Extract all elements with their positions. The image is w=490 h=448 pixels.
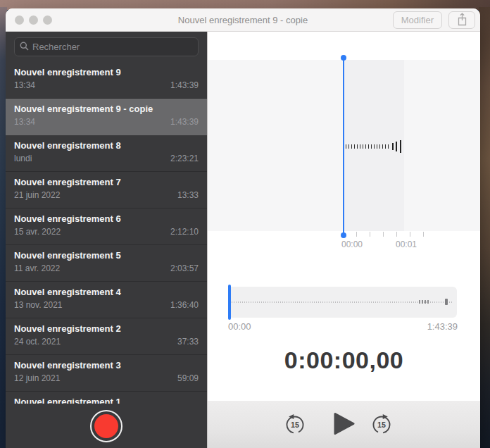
recording-name: Nouvel enregistrement 2 xyxy=(14,323,199,334)
play-icon xyxy=(334,412,355,437)
recording-list-item[interactable]: Nouvel enregistrement 5 11 avr. 2022 2:0… xyxy=(6,245,207,282)
waveform-peak xyxy=(392,143,394,150)
recording-name: Nouvel enregistrement 6 xyxy=(14,213,199,224)
overview-start-label: 00:00 xyxy=(228,321,251,332)
recording-list-item[interactable]: Nouvel enregistrement 9 13:34 1:43:39 xyxy=(6,62,207,99)
recordings-sidebar: Nouvel enregistrement 9 13:34 1:43:39 No… xyxy=(6,32,208,448)
playhead[interactable] xyxy=(343,58,344,235)
recording-date: 13:34 xyxy=(14,80,35,90)
recording-list-item[interactable]: Nouvel enregistrement 4 13 nov. 2021 1:3… xyxy=(6,282,207,318)
traffic-lights[interactable] xyxy=(15,15,52,25)
recording-name: Nouvel enregistrement 7 xyxy=(14,177,199,187)
minimize-window-button[interactable] xyxy=(29,15,38,25)
recording-name: Nouvel enregistrement 9 xyxy=(14,67,199,77)
waveform-peak xyxy=(400,140,401,153)
titlebar: Nouvel enregistrement 9 - copie Modifier xyxy=(6,8,480,32)
recording-name: Nouvel enregistrement 5 xyxy=(14,250,199,261)
recording-duration: 2:03:57 xyxy=(170,263,199,273)
recording-date: lundi xyxy=(14,154,32,163)
desktop-wallpaper-right xyxy=(479,7,490,448)
recording-duration: 1:43:39 xyxy=(170,117,199,127)
timeline-label-next: 00:01 xyxy=(396,239,417,249)
recording-list-item[interactable]: Nouvel enregistrement 8 lundi 2:23:21 xyxy=(6,135,207,172)
recording-list-item[interactable]: Nouvel enregistrement 7 21 juin 2022 13:… xyxy=(6,172,207,209)
search-field[interactable] xyxy=(14,37,199,56)
overview-waveform-cluster xyxy=(419,300,430,304)
skip-forward-15-button[interactable]: 15 xyxy=(370,413,393,436)
waveform-detail xyxy=(346,144,391,149)
recording-duration: 1:43:39 xyxy=(170,80,199,90)
recording-name: Nouvel enregistrement 9 - copie xyxy=(14,104,199,114)
player-panel: 00:00 00:01 00:00 1:43:39 0:00:00,00 xyxy=(208,32,480,448)
recording-date: 21 juin 2022 xyxy=(14,190,60,200)
recordings-list: Nouvel enregistrement 9 13:34 1:43:39 No… xyxy=(6,62,207,448)
recording-list-item[interactable]: Nouvel enregistrement 6 15 avr. 2022 2:1… xyxy=(6,209,207,245)
recording-date: 24 oct. 2021 xyxy=(14,337,61,347)
timeline-label-start: 00:00 xyxy=(341,239,363,249)
recording-list-item[interactable]: Nouvel enregistrement 2 24 oct. 2021 37:… xyxy=(6,318,207,355)
voice-memos-window: Nouvel enregistrement 9 - copie Modifier xyxy=(6,8,480,448)
elapsed-time-display: 0:00:00,00 xyxy=(208,347,480,374)
recording-date: 13:34 xyxy=(14,117,35,127)
share-icon xyxy=(457,13,467,28)
overview-scrubber[interactable] xyxy=(228,287,457,318)
overview-waveform-peak xyxy=(445,299,448,305)
recording-duration: 13:33 xyxy=(177,190,199,200)
recording-date: 12 juin 2021 xyxy=(14,373,60,383)
recording-date: 11 avr. 2022 xyxy=(14,263,60,273)
close-window-button[interactable] xyxy=(15,15,24,25)
zoom-window-button[interactable] xyxy=(43,15,52,25)
skip-back-amount: 15 xyxy=(291,421,299,429)
edit-button[interactable]: Modifier xyxy=(393,11,442,29)
record-icon xyxy=(94,414,118,438)
skip-forward-amount: 15 xyxy=(377,421,386,429)
timeline-ticks xyxy=(356,232,425,237)
recording-name: Nouvel enregistrement 3 xyxy=(14,360,199,371)
recording-name: Nouvel enregistrement 8 xyxy=(14,140,199,151)
search-input[interactable] xyxy=(32,42,193,52)
recording-duration: 1:36:40 xyxy=(170,300,199,310)
waveform-peak xyxy=(396,142,397,151)
recording-duration: 37:33 xyxy=(177,337,199,347)
recording-duration: 2:23:21 xyxy=(170,154,199,163)
recording-duration: 59:09 xyxy=(177,373,199,383)
search-icon xyxy=(20,41,29,54)
overview-end-label: 1:43:39 xyxy=(427,321,458,332)
playback-toolbar: 15 15 xyxy=(208,401,480,448)
recording-date: 15 avr. 2022 xyxy=(14,227,61,237)
share-button[interactable] xyxy=(448,11,475,29)
record-button[interactable] xyxy=(90,410,122,442)
recording-name: Nouvel enregistrement 4 xyxy=(14,287,199,297)
recording-list-item[interactable]: Nouvel enregistrement 3 12 juin 2021 59:… xyxy=(6,355,207,392)
skip-back-15-button[interactable]: 15 xyxy=(284,413,306,436)
recording-date: 13 nov. 2021 xyxy=(14,300,63,310)
record-footer xyxy=(6,404,207,448)
play-button[interactable] xyxy=(334,412,355,437)
recording-duration: 2:12:10 xyxy=(170,227,199,237)
overview-playhead[interactable] xyxy=(228,285,231,320)
window-title: Nouvel enregistrement 9 - copie xyxy=(178,15,308,25)
recording-list-item[interactable]: Nouvel enregistrement 9 - copie 13:34 1:… xyxy=(6,99,207,135)
